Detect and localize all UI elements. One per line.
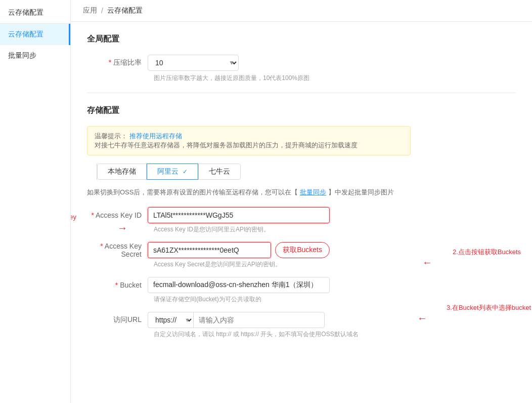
url-label: 访问URL — [87, 315, 148, 325]
access-key-id-row: * Access Key ID — [87, 207, 516, 223]
bucket-hint: 请保证存储空间(Bucket)为可公共读取的 — [154, 295, 516, 304]
url-protocol-select[interactable]: https:// http:// — [148, 312, 193, 328]
breadcrumb: 应用 / 云存储配置 — [71, 0, 532, 22]
section-divider-1 — [87, 93, 516, 93]
url-protocol-wrapper: https:// http:// ▼ — [148, 312, 193, 328]
compression-hint: 图片压缩率数字越大，越接近原图质量，10代表100%原图 — [154, 74, 516, 83]
required-mark-aks: * — [100, 242, 103, 250]
tab-qiniu[interactable]: 七牛云 — [198, 164, 241, 180]
tab-aliyun-check: ✓ — [183, 168, 188, 175]
access-key-secret-label: * Access Key Secret — [87, 242, 148, 258]
url-row: 访问URL https:// http:// ▼ — [87, 312, 516, 328]
bucket-label: * Bucket — [87, 281, 148, 289]
bucket-input[interactable] — [148, 277, 330, 293]
oss-notice: 如果切换到OSS后，需要将原有设置的图片传输至远程存储，您可以在【 批量同步 】… — [87, 188, 411, 197]
access-key-secret-input[interactable] — [148, 242, 271, 258]
access-key-id-hint: Access Key ID是您访问阿里云API的密钥。 — [154, 225, 516, 234]
access-key-secret-row: * Access Key Secret 获取Buckets — [87, 242, 516, 258]
access-key-secret-hint: Access Key Secret是您访问阿里云API的密钥。 — [154, 260, 516, 269]
tab-local-storage[interactable]: 本地存储 — [97, 164, 147, 180]
required-mark-bucket: * — [115, 281, 118, 289]
compression-row: * 压缩比率 10 20 30 40 50 60 70 80 90 100 — [87, 55, 516, 71]
compression-label: * 压缩比率 — [87, 58, 148, 67]
sidebar-header: 云存储配置 — [0, 0, 70, 24]
tab-left-border — [87, 164, 97, 180]
main-content: 应用 / 云存储配置 全局配置 * 压缩比率 10 20 30 40 50 — [71, 0, 532, 403]
annotation-2: 2.点击按钮获取Buckets — [453, 248, 521, 257]
sidebar-item-batch-sync[interactable]: 批量同步 — [0, 45, 70, 66]
breadcrumb-current: 云存储配置 — [107, 6, 143, 15]
sidebar-item-cloud-storage[interactable]: 云存储配置 — [0, 24, 70, 45]
storage-section: 存储配置 温馨提示： 推荐使用远程存储 对接七牛存等任意远程存储器，将降低对服务… — [87, 105, 516, 339]
required-mark-akid: * — [91, 211, 94, 219]
notice-text: 温馨提示： — [95, 132, 127, 140]
get-buckets-button[interactable]: 获取Buckets — [275, 242, 330, 258]
notice-desc: 对接七牛存等任意远程存储器，将降低对服务器加载图片的压力，提升商城的运行加载速度 — [95, 141, 358, 149]
notice-link[interactable]: 推荐使用远程存储 — [129, 132, 182, 140]
access-key-id-control — [148, 207, 330, 223]
arrow-1: → — [117, 222, 127, 234]
notice-box: 温馨提示： 推荐使用远程存储 对接七牛存等任意远程存储器，将降低对服务器加载图片… — [87, 126, 411, 155]
access-key-id-label: * Access Key ID — [87, 211, 148, 219]
url-input[interactable] — [193, 312, 325, 328]
sidebar: 云存储配置 云存储配置 批量同步 — [0, 0, 71, 403]
url-input-group: https:// http:// ▼ — [148, 312, 330, 328]
url-hint: 自定义访问域名，请以 http:// 或 https:// 开头，如不填写会使用… — [154, 330, 516, 339]
bucket-row: * Bucket — [87, 277, 516, 293]
breadcrumb-root: 应用 — [83, 6, 97, 15]
storage-tabs: 本地存储 阿里云 ✓ 七牛云 — [97, 164, 241, 180]
url-control: https:// http:// ▼ — [148, 312, 330, 328]
annotation-1: 1.填写阿里云的key和secret — [71, 212, 87, 232]
breadcrumb-separator: / — [101, 7, 103, 15]
annotation-3: 3.在Bucket列表中选择bucket — [447, 303, 531, 312]
compression-select[interactable]: 10 20 30 40 50 60 70 80 90 100 — [148, 55, 239, 71]
storage-config-title: 存储配置 — [87, 105, 516, 116]
required-mark: * — [109, 58, 111, 66]
global-config-title: 全局配置 — [87, 34, 516, 45]
access-key-secret-control: 获取Buckets — [148, 242, 330, 258]
bucket-control — [148, 277, 330, 293]
access-key-id-input[interactable] — [148, 207, 330, 223]
secret-field-with-btn: 获取Buckets — [148, 242, 330, 258]
tab-aliyun[interactable]: 阿里云 ✓ — [147, 164, 198, 180]
compression-select-wrapper: 10 20 30 40 50 60 70 80 90 100 ▼ — [148, 55, 239, 71]
oss-notice-link[interactable]: 批量同步 — [300, 188, 326, 196]
